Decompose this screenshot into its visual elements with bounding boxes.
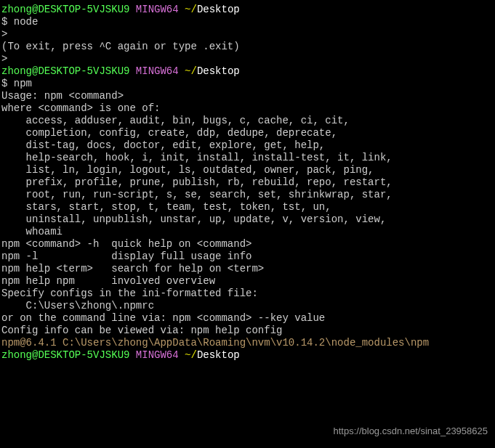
prompt-tilde: ~/: [185, 65, 197, 77]
npm-cmd-list: whoami: [1, 226, 494, 238]
command-npm: $ npm: [1, 78, 494, 90]
prompt-path: Desktop: [197, 349, 240, 361]
prompt-path: Desktop: [197, 65, 240, 77]
npm-cmd-list: help-search, hook, i, init, install, ins…: [1, 152, 494, 164]
prompt-host: MINGW64: [136, 65, 179, 77]
npm-config-line: or on the command line via: npm <command…: [1, 312, 494, 325]
npm-usage: Usage: npm <command>: [1, 90, 494, 102]
node-prompt: >: [1, 53, 494, 65]
npm-config-line: Specify configs in the ini-formatted fil…: [1, 288, 494, 300]
npm-cmd-list: dist-tag, docs, doctor, edit, explore, g…: [1, 139, 494, 152]
prompt-tilde: ~/: [185, 349, 197, 361]
npm-cmd-list: access, adduser, audit, bin, bugs, c, ca…: [1, 115, 494, 127]
npm-cmd-list: uninstall, unpublish, unstar, up, update…: [1, 213, 494, 226]
npm-help-line: npm help npm involved overview: [1, 275, 494, 288]
npm-help-line: npm help <term> search for help on <term…: [1, 263, 494, 275]
npm-config-line: Config info can be viewed via: npm help …: [1, 325, 494, 337]
npm-help-line: npm <command> -h quick help on <command>: [1, 238, 494, 251]
prompt-tilde: ~/: [185, 4, 197, 15]
prompt-user: zhong@DESKTOP-5VJSKU9: [1, 349, 129, 361]
npm-where-header: where <command> is one of:: [1, 102, 494, 115]
node-exit-msg: (To exit, press ^C again or type .exit): [1, 41, 494, 53]
npm-cmd-list: list, ln, login, logout, ls, outdated, o…: [1, 164, 494, 176]
node-prompt: >: [1, 28, 494, 41]
npm-version-path: npm@6.4.1 C:\Users\zhong\AppData\Roaming…: [1, 337, 494, 349]
npm-cmd-list: stars, start, stop, t, team, test, token…: [1, 201, 494, 213]
prompt-user: zhong@DESKTOP-5VJSKU9: [1, 4, 129, 15]
npm-cmd-list: completion, config, create, ddp, dedupe,…: [1, 127, 494, 139]
prompt-line-3: zhong@DESKTOP-5VJSKU9 MINGW64 ~/Desktop: [1, 349, 494, 362]
command-node: $ node: [1, 16, 494, 28]
npm-cmd-list: root, run, run-script, s, se, search, se…: [1, 189, 494, 201]
prompt-line-1: zhong@DESKTOP-5VJSKU9 MINGW64 ~/Desktop: [1, 4, 494, 16]
npm-help-line: npm -l display full usage info: [1, 251, 494, 263]
npm-config-path: C:\Users\zhong\.npmrc: [1, 300, 494, 312]
prompt-host: MINGW64: [136, 349, 179, 361]
npm-cmd-list: prefix, profile, prune, publish, rb, reb…: [1, 176, 494, 189]
prompt-user: zhong@DESKTOP-5VJSKU9: [1, 65, 129, 77]
prompt-path: Desktop: [197, 4, 240, 15]
watermark-text: https://blog.csdn.net/sinat_23958625: [334, 425, 488, 437]
prompt-host: MINGW64: [136, 4, 179, 15]
prompt-line-2: zhong@DESKTOP-5VJSKU9 MINGW64 ~/Desktop: [1, 65, 494, 78]
